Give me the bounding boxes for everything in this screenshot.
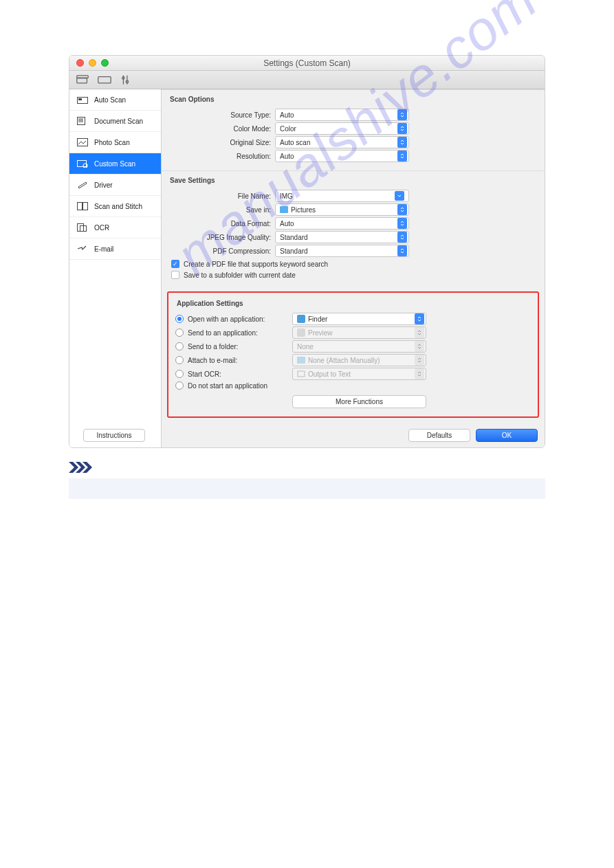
sidebar-item-label: E-mail — [94, 245, 113, 253]
pdf-keyword-label: Create a PDF file that supports keyword … — [184, 260, 328, 268]
toolbar — [69, 71, 545, 89]
svg-rect-1 — [77, 76, 89, 78]
data-format-label: Data Format: — [168, 220, 275, 227]
preview-icon — [297, 329, 305, 337]
send-to-folder-radio[interactable]: Send to a folder: — [175, 342, 292, 350]
scan-options-section: Scan Options Source Type: Auto Color Mod… — [162, 89, 545, 170]
resolution-select[interactable]: Auto — [275, 150, 409, 162]
custom-scan-icon — [76, 159, 89, 168]
scanner-from-panel-icon[interactable] — [97, 74, 112, 86]
finder-icon — [297, 315, 305, 323]
open-with-value: Finder — [308, 315, 327, 323]
radio-icon — [175, 370, 184, 378]
data-format-value: Auto — [280, 220, 294, 227]
radio-icon — [175, 356, 184, 364]
chevron-updown-icon — [415, 355, 424, 366]
subfolder-check-row[interactable]: Save to a subfolder with current date — [168, 269, 538, 280]
sidebar-item-document-scan[interactable]: Document Scan — [69, 111, 161, 132]
email-icon — [76, 244, 89, 254]
sidebar-item-email[interactable]: E-mail — [69, 238, 161, 260]
folder-icon — [297, 357, 305, 364]
sidebar-item-label: OCR — [94, 224, 109, 232]
preferences-icon[interactable] — [119, 74, 134, 86]
sidebar-item-label: Driver — [94, 181, 113, 189]
section-title: Save Settings — [168, 175, 538, 188]
resolution-value: Auto — [280, 153, 294, 160]
svg-rect-9 — [78, 118, 85, 125]
send-to-app-value: Preview — [308, 329, 333, 337]
checkbox-icon — [171, 271, 179, 279]
sidebar-item-label: Photo Scan — [94, 139, 130, 146]
original-size-select[interactable]: Auto scan — [275, 136, 409, 148]
sidebar-item-custom-scan[interactable]: Custom Scan — [69, 153, 161, 175]
start-ocr-radio[interactable]: Start OCR: — [175, 370, 292, 378]
attach-email-select: None (Attach Manually) — [292, 354, 426, 366]
chevron-updown-icon — [415, 341, 424, 352]
save-in-value: Pictures — [291, 206, 316, 214]
instructions-button[interactable]: Instructions — [83, 429, 145, 442]
file-name-label: File Name: — [168, 192, 275, 200]
chevron-updown-icon — [397, 137, 407, 148]
open-with-label: Open with an application: — [188, 315, 265, 323]
chevron-updown-icon — [415, 313, 424, 324]
ok-button[interactable]: OK — [476, 429, 538, 442]
chevron-updown-icon — [397, 109, 407, 120]
chevron-updown-icon — [397, 151, 407, 162]
save-in-label: Save in: — [168, 206, 275, 214]
jpeg-quality-select[interactable]: Standard — [275, 231, 409, 243]
scan-stitch-icon — [76, 201, 89, 211]
open-with-select[interactable]: Finder — [292, 313, 426, 325]
radio-icon — [175, 381, 184, 390]
data-format-select[interactable]: Auto — [275, 217, 409, 230]
checkbox-icon: ✓ — [171, 260, 179, 268]
attach-email-radio[interactable]: Attach to e-mail: — [175, 356, 292, 364]
window-title: Settings (Custom Scan) — [69, 58, 545, 68]
section-title: Scan Options — [168, 94, 538, 107]
source-type-select[interactable]: Auto — [275, 109, 409, 121]
attach-email-label: Attach to e-mail: — [188, 357, 237, 364]
chevron-updown-icon — [415, 368, 424, 379]
svg-point-15 — [83, 164, 87, 168]
sidebar-item-photo-scan[interactable]: Photo Scan — [69, 132, 161, 153]
file-name-input[interactable]: IMG — [275, 190, 409, 202]
settings-window: Settings (Custom Scan) Auto Scan Documen… — [69, 55, 545, 448]
sidebar-item-label: Scan and Stitch — [94, 203, 142, 210]
document-band — [69, 478, 545, 499]
send-to-app-radio[interactable]: Send to an application: — [175, 329, 292, 337]
color-mode-label: Color Mode: — [168, 125, 275, 133]
source-type-value: Auto — [280, 111, 294, 119]
sidebar-item-scan-stitch[interactable]: Scan and Stitch — [69, 196, 161, 217]
auto-scan-icon — [76, 95, 89, 104]
zoom-icon[interactable] — [101, 59, 109, 67]
sidebar: Auto Scan Document Scan Photo Scan Custo… — [69, 89, 162, 447]
application-settings-section: Application Settings Open with an applic… — [167, 291, 539, 418]
svg-rect-0 — [77, 78, 87, 82]
pdf-compression-label: PDF Compression: — [168, 247, 275, 255]
scanner-from-computer-icon[interactable] — [75, 74, 90, 86]
svg-rect-17 — [83, 203, 88, 210]
save-in-select[interactable]: Pictures — [275, 203, 409, 216]
sidebar-item-ocr[interactable]: OCR — [69, 217, 161, 238]
traffic-lights — [69, 59, 109, 67]
svg-rect-16 — [78, 203, 83, 210]
do-not-start-radio[interactable]: Do not start an application — [175, 381, 292, 390]
pdf-keyword-check-row[interactable]: ✓ Create a PDF file that supports keywor… — [168, 258, 538, 269]
send-to-app-select: Preview — [292, 326, 426, 339]
defaults-button[interactable]: Defaults — [408, 429, 470, 442]
jpeg-quality-value: Standard — [280, 234, 308, 241]
titlebar: Settings (Custom Scan) — [69, 56, 545, 71]
open-with-radio[interactable]: Open with an application: — [175, 315, 292, 323]
section-title: Application Settings — [175, 298, 531, 311]
sidebar-item-auto-scan[interactable]: Auto Scan — [69, 89, 161, 111]
close-icon[interactable] — [76, 59, 84, 67]
source-type-label: Source Type: — [168, 111, 275, 119]
send-to-app-label: Send to an application: — [188, 329, 258, 337]
chevron-updown-icon — [397, 245, 407, 256]
sidebar-item-driver[interactable]: Driver — [69, 175, 161, 196]
more-functions-button[interactable]: More Functions — [292, 395, 426, 408]
pdf-compression-select[interactable]: Standard — [275, 245, 409, 257]
radio-icon — [175, 342, 184, 350]
color-mode-select[interactable]: Color — [275, 122, 409, 135]
minimize-icon[interactable] — [89, 59, 96, 67]
document-scan-icon — [76, 116, 89, 126]
